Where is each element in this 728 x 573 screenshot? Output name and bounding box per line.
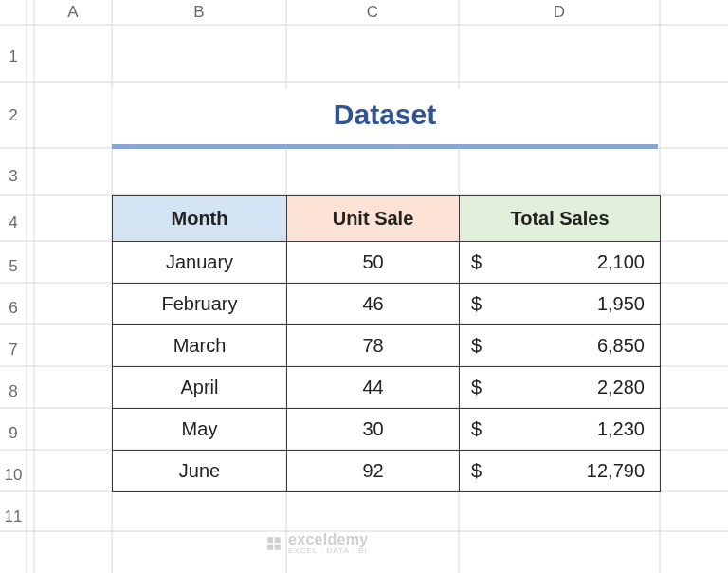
row-header-9[interactable]: 9 (0, 424, 27, 443)
table-header-row: Month Unit Sale Total Sales (113, 196, 661, 242)
row-header-7[interactable]: 7 (0, 341, 27, 360)
cell-unit[interactable]: 92 (287, 451, 460, 492)
row-header-11[interactable]: 11 (0, 508, 27, 527)
table-row: June 92 $ 12,790 (113, 451, 661, 492)
currency-symbol: $ (471, 418, 482, 440)
watermark-sub: EXCEL · DATA · BI (288, 546, 369, 555)
row-header-4[interactable]: 4 (0, 213, 27, 232)
row-header-10[interactable]: 10 (0, 466, 27, 485)
cell-total[interactable]: $ 2,280 (460, 367, 661, 409)
cell-month[interactable]: March (113, 325, 287, 367)
watermark: exceldemy EXCEL · DATA · BI (265, 531, 464, 555)
currency-value: 1,230 (469, 418, 645, 440)
currency-value: 6,850 (469, 335, 645, 357)
row-header-2[interactable]: 2 (0, 106, 27, 125)
dataset-table: Month Unit Sale Total Sales January 50 $… (112, 195, 661, 492)
cell-unit[interactable]: 44 (287, 367, 460, 409)
cell-unit[interactable]: 78 (287, 325, 460, 367)
row-header-6[interactable]: 6 (0, 299, 27, 318)
currency-value: 2,100 (469, 251, 645, 273)
cell-total[interactable]: $ 1,230 (460, 409, 661, 451)
watermark-text: exceldemy EXCEL · DATA · BI (288, 531, 369, 555)
cell-unit[interactable]: 46 (287, 284, 460, 325)
cell-unit[interactable]: 30 (287, 409, 460, 451)
row-header-3[interactable]: 3 (0, 167, 27, 186)
watermark-brand: exceldemy (288, 531, 369, 547)
header-total[interactable]: Total Sales (460, 196, 661, 242)
cell-month[interactable]: June (113, 451, 287, 492)
cell-month[interactable]: February (113, 284, 287, 325)
currency-value: 1,950 (469, 293, 645, 315)
row-header-5[interactable]: 5 (0, 257, 27, 276)
cell-total[interactable]: $ 2,100 (460, 242, 661, 284)
table-row: February 46 $ 1,950 (113, 284, 661, 325)
currency-value: 12,790 (469, 460, 645, 482)
table-row: May 30 $ 1,230 (113, 409, 661, 451)
currency-symbol: $ (471, 335, 482, 357)
row-header-8[interactable]: 8 (0, 382, 27, 401)
cell-unit[interactable]: 50 (287, 242, 460, 284)
spreadsheet-view: A B C D 1 2 3 4 5 6 7 8 9 10 11 Dataset … (0, 0, 728, 573)
cell-total[interactable]: $ 12,790 (460, 451, 661, 492)
header-unit[interactable]: Unit Sale (287, 196, 460, 242)
col-header-d[interactable]: D (459, 2, 660, 23)
currency-symbol: $ (471, 377, 482, 398)
currency-symbol: $ (471, 251, 482, 273)
col-header-c[interactable]: C (286, 2, 459, 23)
table-row: January 50 $ 2,100 (113, 242, 661, 284)
exceldemy-logo-icon (265, 535, 282, 552)
currency-value: 2,280 (469, 377, 645, 398)
col-header-a[interactable]: A (34, 2, 112, 23)
cell-month[interactable]: January (113, 242, 287, 284)
cell-month[interactable]: April (113, 367, 287, 409)
header-month[interactable]: Month (113, 196, 287, 242)
table-row: March 78 $ 6,850 (113, 325, 661, 367)
col-header-b[interactable]: B (112, 2, 286, 23)
cell-total[interactable]: $ 1,950 (460, 284, 661, 325)
currency-symbol: $ (471, 460, 482, 482)
table-row: April 44 $ 2,280 (113, 367, 661, 409)
cell-month[interactable]: May (113, 409, 287, 451)
row-header-1[interactable]: 1 (0, 47, 27, 66)
page-title[interactable]: Dataset (112, 89, 658, 146)
currency-symbol: $ (471, 293, 482, 315)
cell-total[interactable]: $ 6,850 (460, 325, 661, 367)
title-underline (112, 144, 658, 149)
